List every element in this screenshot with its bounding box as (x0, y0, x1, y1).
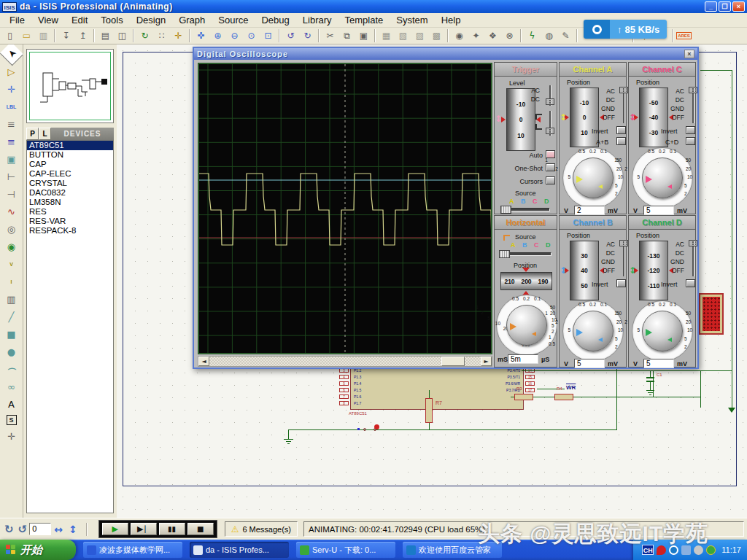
current-probe-icon[interactable]: I (3, 273, 20, 289)
slider-thumb[interactable] (619, 240, 628, 246)
cut-icon[interactable]: ✂ (322, 29, 338, 43)
terminal-icon[interactable]: ⊢ (3, 168, 20, 184)
device-pin-icon[interactable]: ⊣ (3, 186, 20, 202)
redraw-icon[interactable]: ↻ (137, 29, 152, 43)
slider-thumb[interactable] (546, 128, 554, 134)
ares-netlist-icon[interactable]: ARES (676, 29, 692, 43)
channel-b-invert-button[interactable] (616, 279, 626, 287)
channel-c-position-scale[interactable]: -50-40-30 (639, 88, 668, 147)
autorouter-icon[interactable]: ϟ (525, 29, 540, 43)
device-item-res[interactable]: RES (27, 207, 113, 217)
device-item-lm358n[interactable]: LM358N (27, 198, 113, 207)
cursors-button[interactable] (546, 176, 555, 184)
channel-a-gain-knob[interactable] (573, 158, 614, 198)
close-button[interactable]: × (732, 1, 745, 12)
library-button[interactable]: L (39, 128, 51, 140)
undo-icon[interactable]: ↺ (283, 29, 298, 43)
2d-text-icon[interactable]: A (3, 396, 20, 412)
zoom-area-icon[interactable]: ⊡ (260, 29, 276, 43)
packaging-icon[interactable]: ❖ (485, 29, 500, 43)
menu-debug[interactable]: Debug (255, 13, 295, 27)
origin-icon[interactable]: ✛ (171, 29, 186, 43)
trigger-edge-slider[interactable] (546, 111, 554, 136)
mark-output-icon[interactable]: ◫ (115, 29, 130, 43)
step-button[interactable]: ▶▏ (131, 523, 157, 535)
paste-icon[interactable]: ▣ (356, 29, 371, 43)
channel-d-coupling-slider[interactable] (689, 240, 697, 276)
copy-icon[interactable]: ⧉ (339, 29, 355, 43)
device-item-respack-8[interactable]: RESPACK-8 (27, 226, 113, 236)
menu-tools[interactable]: Tools (94, 13, 129, 27)
pause-button[interactable]: ▮▮ (159, 523, 185, 535)
stop-button[interactable]: ■ (187, 523, 214, 535)
capacitor-c1[interactable] (646, 377, 654, 378)
2d-circle-icon[interactable]: ● (3, 343, 20, 359)
channel-b-gain-value[interactable]: 5 (574, 359, 605, 368)
trigger-source-thumb[interactable] (500, 206, 511, 214)
scroll-right-arrow[interactable]: ► (481, 357, 492, 366)
oscilloscope-window[interactable]: Digital Oscilloscope × ◄ ► TriggerLevel-… (193, 47, 699, 369)
display-scrollbar[interactable]: ◄ ► (198, 356, 492, 367)
minimize-button[interactable]: _ (705, 1, 717, 12)
rotate-ccw-button[interactable]: ↺ (18, 523, 28, 536)
device-item-res-var[interactable]: RES-VAR (27, 217, 113, 226)
channel-c-gain-knob[interactable] (642, 158, 683, 198)
menu-view[interactable]: View (31, 13, 65, 27)
2d-symbol-icon[interactable]: S (7, 415, 17, 425)
tape-recorder-icon[interactable]: ◎ (3, 221, 20, 237)
slider-thumb[interactable] (619, 87, 628, 93)
pick-device-icon[interactable]: ◉ (452, 29, 467, 43)
pan-icon[interactable]: ✜ (193, 29, 209, 43)
rotation-angle-input[interactable]: 0 (29, 523, 51, 535)
device-item-crystal[interactable]: CRYSTAL (27, 179, 113, 188)
channel-d-invert-button[interactable] (686, 279, 695, 287)
channel-a-invert-button[interactable] (616, 126, 626, 134)
trigger-coupling-slider[interactable] (546, 85, 554, 106)
timebase-knob[interactable] (506, 305, 547, 346)
start-button[interactable]: 开始 (0, 540, 76, 560)
new-file-icon[interactable]: ▯ (2, 29, 18, 43)
menu-help[interactable]: Help (435, 13, 468, 27)
resistor-r4[interactable] (554, 394, 573, 400)
menu-system[interactable]: System (390, 13, 434, 27)
device-item-at89c51[interactable]: AT89C51 (27, 141, 113, 150)
print-icon[interactable]: ▤ (98, 29, 113, 43)
device-item-cap[interactable]: CAP (27, 160, 113, 169)
message-panel[interactable]: ⚠ 6 Message(s) (225, 521, 298, 537)
wire-label-icon[interactable]: LBL (3, 98, 20, 114)
junction-dot-icon[interactable]: ✛ (3, 81, 20, 97)
2d-line-icon[interactable]: ╱ (3, 308, 20, 324)
channel-c-invert-button[interactable] (686, 126, 695, 134)
channel-c-coupling-slider[interactable] (689, 87, 697, 123)
zoom-out-icon[interactable]: ⊖ (227, 29, 242, 43)
push-button[interactable] (374, 424, 379, 429)
zoom-all-icon[interactable]: ⊙ (244, 29, 259, 43)
timebase-value[interactable]: 5m (508, 354, 538, 364)
oneshot-button[interactable] (546, 163, 555, 171)
channel-d-position-scale[interactable]: -130-120-110 (639, 241, 668, 300)
respack-component[interactable] (699, 293, 724, 335)
scrollbar-thumb[interactable] (441, 357, 465, 366)
component-mode-icon[interactable]: ▷ (3, 63, 20, 79)
slider-thumb[interactable] (689, 240, 697, 246)
rotate-cw-button[interactable]: ↻ (4, 523, 14, 536)
channel-a-coupling-slider[interactable] (619, 87, 628, 123)
channel-b-position-scale[interactable]: 304050 (570, 241, 599, 300)
open-folder-icon[interactable]: ▭ (19, 29, 34, 43)
menu-source[interactable]: Source (212, 13, 255, 27)
menu-design[interactable]: Design (130, 13, 172, 27)
slider-thumb[interactable] (546, 98, 554, 105)
menu-graph[interactable]: Graph (172, 13, 212, 27)
pick-button[interactable]: P (26, 128, 39, 140)
oscilloscope-close-button[interactable]: × (684, 50, 694, 58)
flip-vertical-button[interactable]: ↕ (69, 524, 77, 535)
bus-icon[interactable]: ≡ (3, 133, 20, 149)
taskbar-item-2[interactable]: da - ISIS Profes... (190, 542, 289, 558)
schematic-overview[interactable] (26, 49, 114, 123)
import-icon[interactable]: ↧ (58, 29, 74, 43)
channel-d-gain-knob[interactable] (642, 311, 683, 351)
2d-box-icon[interactable]: ■ (3, 326, 20, 342)
oscilloscope-title-bar[interactable]: Digital Oscilloscope × (194, 48, 697, 60)
scroll-left-arrow[interactable]: ◄ (198, 357, 209, 366)
maximize-button[interactable]: ❐ (719, 1, 731, 12)
